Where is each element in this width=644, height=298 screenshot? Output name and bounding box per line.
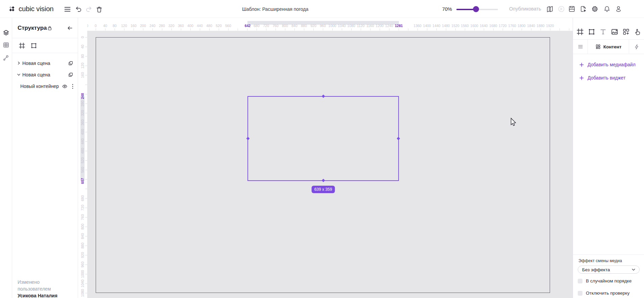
ruler-label-v: 960 — [80, 261, 85, 268]
effect-select-dropdown[interactable]: Без эффекта — [578, 266, 640, 274]
zoom-slider-thumb[interactable] — [473, 6, 479, 12]
checkbox-box[interactable] — [578, 279, 582, 283]
ruler-label-v: 440 — [80, 138, 85, 144]
add-widget-button[interactable]: Добавить виджет — [579, 75, 625, 81]
ruler-label-h: 920 — [310, 24, 316, 28]
ruler-label-h: 1281 — [395, 24, 403, 28]
right-panel: Контент Добавить медиафайл Добавить видж… — [573, 18, 644, 298]
ruler-label-h: 1000 — [328, 24, 336, 28]
ruler-label-h: 1360 — [413, 24, 421, 28]
document-play-icon[interactable] — [580, 5, 587, 13]
undo-button[interactable] — [75, 5, 82, 13]
hamburger-menu-button[interactable] — [64, 5, 71, 13]
text-icon[interactable] — [599, 28, 607, 36]
modified-by-name: Усикова Наталия — [18, 293, 57, 298]
left-rail — [0, 18, 12, 298]
frame-icon[interactable] — [576, 28, 584, 36]
chevron-down-icon[interactable] — [17, 73, 21, 76]
structure-panel: Структура Новая сцена Новая сцена — [12, 18, 78, 298]
ruler-label-h: 1640 — [480, 24, 487, 28]
mouse-cursor — [510, 118, 516, 127]
ruler-label-h: 120 — [121, 24, 127, 28]
delete-button[interactable] — [96, 5, 103, 13]
tree-item-container[interactable]: Новый контейнер — [12, 81, 78, 92]
tree-item-scene-1[interactable]: Новая сцена — [12, 58, 78, 69]
insert-toolbar — [573, 18, 644, 40]
app-logo-icon — [8, 5, 16, 13]
checkbox-disable-check[interactable]: Отключить проверку — [578, 291, 629, 296]
add-media-button[interactable]: Добавить медиафайл — [579, 62, 636, 67]
save-icon[interactable] — [568, 5, 575, 13]
chevron-right-icon[interactable] — [17, 61, 21, 65]
ruler-label-v: 520 — [80, 157, 85, 163]
ruler-label-h: 1680 — [489, 24, 497, 28]
ruler-label-h: 80 — [113, 24, 117, 28]
selection-rect[interactable]: 639 x 359 — [247, 96, 399, 181]
redo-button[interactable] — [85, 5, 93, 13]
frame-icon[interactable] — [19, 42, 25, 49]
size-badge: 639 x 359 — [312, 186, 335, 193]
lock-icon — [47, 25, 52, 31]
effect-select-value: Без эффекта — [582, 267, 610, 272]
canvas-workspace[interactable]: 4004080120160200240280320360400440480520… — [78, 18, 573, 298]
widget-icon[interactable] — [622, 28, 630, 36]
checkbox-random-order-label: В случайном порядке — [586, 278, 631, 283]
bell-icon[interactable] — [603, 5, 611, 13]
ruler-label-v: 1000 — [80, 270, 85, 278]
ruler-label-v: 400 — [80, 129, 85, 135]
kebab-menu-icon[interactable] — [71, 84, 74, 89]
ruler-label-v: 40 — [80, 45, 85, 49]
collapse-panel-button[interactable] — [67, 25, 73, 31]
structure-panel-header: Структура — [12, 18, 78, 38]
tree-item-scene-2[interactable]: Новая сцена — [12, 69, 78, 81]
ruler-label-h: 840 — [291, 24, 297, 28]
ruler-label-v: 0 — [80, 36, 85, 38]
zoom-slider[interactable] — [456, 6, 498, 12]
duplicate-icon[interactable] — [68, 61, 73, 66]
bounding-box-icon[interactable] — [30, 42, 37, 49]
ruler-label-h: 800 — [282, 24, 288, 28]
checkbox-random-order[interactable]: В случайном порядке — [578, 278, 631, 283]
link-nodes-icon[interactable] — [3, 54, 9, 61]
image-icon[interactable] — [611, 28, 618, 36]
table-icon[interactable] — [3, 42, 9, 48]
duplicate-icon[interactable] — [68, 72, 73, 77]
bounding-box-icon[interactable] — [588, 28, 595, 36]
ruler-label-v: 840 — [80, 233, 85, 239]
ruler-label-h: 280 — [159, 24, 165, 28]
horizontal-ruler: 4004080120160200240280320360400440480520… — [78, 18, 573, 31]
tab-content[interactable]: Контент — [588, 40, 629, 54]
ruler-label-v: 560 — [80, 167, 85, 173]
checkbox-disable-check-label: Отключить проверку — [586, 291, 629, 296]
ruler-label-v: 880 — [80, 243, 85, 249]
ruler-label-h: 1480 — [442, 24, 450, 28]
effect-section-label: Эффект смены медиа — [578, 258, 622, 263]
ruler-label-v: 920 — [80, 252, 85, 258]
tab-actions[interactable] — [629, 40, 644, 54]
ruler-label-h: 40 — [103, 24, 107, 28]
ruler-label-h: 520 — [216, 24, 222, 28]
tab-layers-list[interactable] — [573, 40, 588, 54]
ruler-label-h: 1840 — [527, 24, 535, 28]
ruler-label-h: 1800 — [518, 24, 525, 28]
checkbox-box[interactable] — [578, 291, 582, 296]
ruler-label-v: 480 — [80, 148, 85, 154]
ruler-label-h: 960 — [320, 24, 326, 28]
user-icon[interactable] — [615, 5, 622, 13]
publish-button[interactable]: Опубликовать — [509, 6, 541, 12]
gear-icon[interactable] — [591, 5, 598, 13]
ruler-label-v: 680 — [80, 195, 85, 201]
ruler-label-h: 1040 — [338, 24, 345, 28]
ruler-label-h: 320 — [168, 24, 174, 28]
ruler-label-h: 1560 — [461, 24, 469, 28]
zoom-percent-label: 70% — [439, 6, 452, 12]
ruler-label-h: 400 — [187, 24, 193, 28]
hand-icon[interactable] — [634, 28, 641, 36]
map-icon[interactable] — [546, 5, 553, 13]
ruler-label-v: 760 — [80, 214, 85, 220]
ruler-label-h: 1200 — [376, 24, 383, 28]
ruler-label-v: 360 — [80, 119, 85, 125]
eye-icon[interactable] — [62, 84, 67, 89]
layers-icon[interactable] — [3, 29, 9, 36]
ruler-label-h: 1520 — [451, 24, 459, 28]
